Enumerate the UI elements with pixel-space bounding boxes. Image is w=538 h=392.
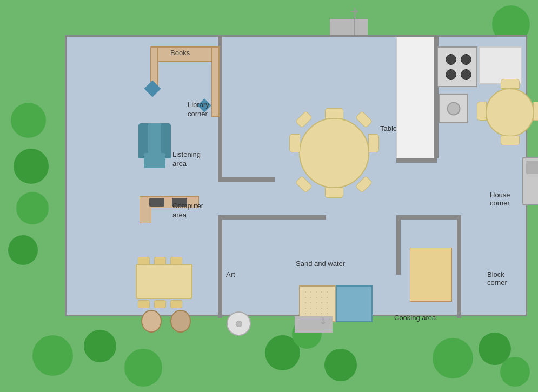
tree-left-4 — [8, 235, 38, 265]
chair-ct-bottom — [325, 187, 343, 198]
wall-bottom-center — [272, 215, 326, 220]
house-corner-label: House corner — [490, 191, 526, 207]
chair-dt-top — [501, 79, 520, 89]
library-corner-label: Librarycorner — [188, 101, 209, 119]
stove — [437, 46, 477, 87]
circular-item — [227, 311, 251, 336]
tree-bottom-3 — [124, 349, 162, 387]
stool-2 — [170, 310, 191, 333]
tree-bottom-right1 — [433, 338, 473, 378]
block-mat — [410, 248, 452, 302]
tree-left-3 — [16, 192, 49, 224]
chair-ct-right — [368, 134, 379, 152]
chair-dt-left — [477, 102, 487, 121]
sofa-ottoman — [144, 153, 165, 168]
tree-left-2 — [14, 149, 49, 184]
block-corner-label: Block corner — [487, 270, 526, 287]
tree-bottom-center3 — [324, 349, 357, 381]
art-label: Art — [226, 270, 235, 278]
chair-art-3 — [170, 257, 182, 265]
sink — [439, 94, 468, 123]
wall-kitchen-bottom — [396, 158, 437, 163]
computer-area-label: Computerarea — [172, 202, 203, 220]
wall-center-mid — [396, 215, 401, 275]
floor-plan: Books Librarycorner Listeningarea Comput… — [65, 35, 527, 316]
chair-art-4 — [138, 300, 150, 308]
books-label: Books — [170, 49, 190, 57]
chair-ct-top — [325, 108, 343, 119]
chair-ct-top-left — [295, 111, 313, 129]
tree-bottom-1 — [32, 335, 73, 376]
wall-right-lower — [457, 215, 461, 318]
tree-left-1 — [11, 103, 46, 138]
entrance-top — [330, 19, 368, 35]
chair-art-5 — [154, 300, 166, 308]
cooking-area-label: Cooking area — [394, 314, 436, 322]
kitchen-counter — [396, 37, 434, 158]
chair-dt-bottom — [501, 136, 520, 145]
center-table — [299, 118, 369, 188]
stool-1 — [141, 310, 162, 333]
bookshelf-right — [211, 46, 220, 117]
art-table — [136, 264, 192, 299]
chair-dt-right — [533, 102, 538, 121]
dining-table — [486, 88, 534, 137]
wall-bottom-left — [218, 215, 272, 220]
wall-mid-left — [218, 215, 222, 318]
water-table — [336, 285, 373, 322]
tree-bottom-right3 — [500, 357, 530, 387]
chair-art-1 — [138, 257, 150, 265]
chair-art-2 — [154, 257, 166, 265]
tree-bottom-2 — [84, 330, 116, 362]
monitor-1 — [149, 198, 164, 207]
wall-top-horizontal — [218, 177, 275, 182]
listening-area-label: Listeningarea — [172, 150, 201, 169]
chair-art-6 — [170, 300, 182, 308]
sand-water-label: Sand and water — [296, 260, 345, 268]
chair-ct-left — [289, 134, 300, 152]
chair-ct-top-right — [355, 111, 373, 129]
wall-bottom-center2 — [396, 215, 459, 220]
bed — [522, 157, 538, 205]
